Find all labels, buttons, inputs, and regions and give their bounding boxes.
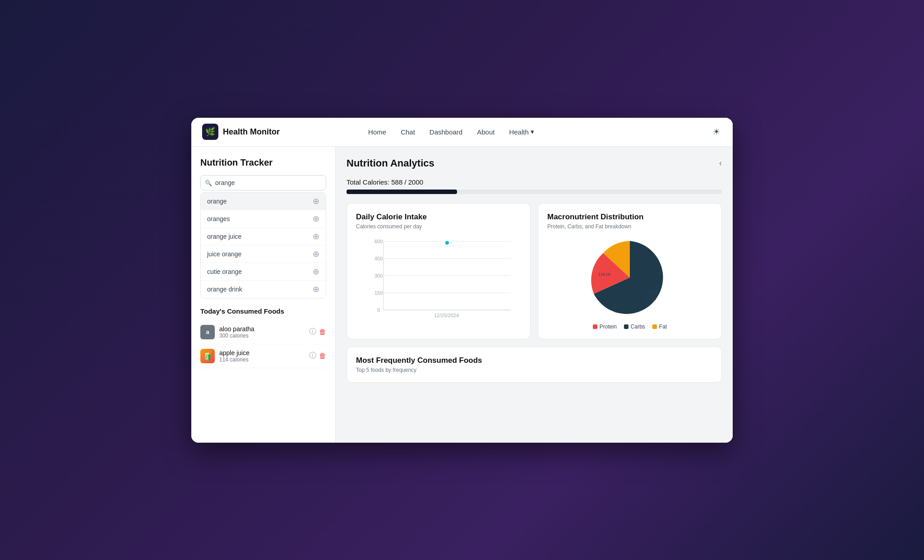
legend-fat: Fat [652,324,667,330]
legend-label-carbs: Carbs [631,324,645,330]
add-orange-button[interactable]: ⊕ [313,197,319,205]
svg-text:0: 0 [377,307,380,313]
legend-label-protein: Protein [600,324,617,330]
svg-text:600: 600 [374,239,383,244]
app-title: Health Monitor [223,127,280,137]
nav-health[interactable]: Health ▾ [509,128,534,136]
search-icon: 🔍 [205,179,212,186]
delete-apple-juice-button[interactable]: 🗑 [319,351,326,361]
analytics-title: Nutrition Analytics [346,157,434,169]
svg-text:11.53: 11.53 [646,296,656,301]
svg-text:300: 300 [374,273,383,278]
info-aloo-button[interactable]: ⓘ [309,327,316,337]
search-box: 🔍 [200,175,326,190]
charts-grid: Daily Calorie Intake Calories consumed p… [346,203,722,339]
food-dropdown-list: orange ⊕ oranges ⊕ orange juice ⊕ juice … [200,192,326,298]
add-cutie-orange-button[interactable]: ⊕ [313,268,319,276]
dropdown-item-orange-drink[interactable]: orange drink ⊕ [201,281,326,298]
app-window: 🌿 Health Monitor Home Chat Dashboard Abo… [191,118,733,443]
nav-about[interactable]: About [477,128,494,136]
info-apple-juice-button[interactable]: ⓘ [309,351,316,361]
main-content: Nutrition Tracker 🔍 orange ⊕ oranges ⊕ o… [191,147,733,443]
delete-aloo-button[interactable]: 🗑 [319,327,326,337]
legend-dot-protein [593,324,597,329]
pie-container: 118.06 8.94 11.53 [589,237,670,318]
line-chart-svg: 600 450 300 150 0 [356,237,521,318]
food-actions-apple-juice: ⓘ 🗑 [309,351,326,361]
daily-calorie-card: Daily Calorie Intake Calories consumed p… [346,203,531,339]
dropdown-item-orange[interactable]: orange ⊕ [201,193,326,210]
freq-subtitle: Top 5 foods by frequency [356,367,712,373]
food-name-aloo: aloo paratha [219,325,305,333]
theme-toggle-button[interactable]: ☀ [711,125,722,139]
macro-legend: Protein Carbs Fat [593,324,667,330]
dropdown-item-cutie-orange[interactable]: cutie orange ⊕ [201,263,326,281]
legend-carbs: Carbs [624,324,645,330]
add-orange-drink-button[interactable]: ⊕ [313,285,319,293]
search-input[interactable] [200,175,326,190]
line-chart-area: 600 450 300 150 0 [356,237,521,318]
food-item-apple-juice: 🧃 apple juice 114 calories ⓘ 🗑 [200,344,326,368]
pie-svg: 118.06 8.94 11.53 [589,237,670,318]
svg-text:118.06: 118.06 [598,272,611,276]
food-item-aloo-paratha: a aloo paratha 300 calories ⓘ 🗑 [200,320,326,344]
logo-area: 🌿 Health Monitor [202,124,280,140]
header-actions: ☀ [711,125,722,139]
add-juice-orange-button[interactable]: ⊕ [313,250,319,258]
svg-point-12 [445,241,449,245]
calories-progress-track [346,190,722,194]
nav-home[interactable]: Home [368,128,386,136]
food-avatar-aloo: a [200,325,215,339]
legend-dot-fat [652,324,657,329]
food-info-apple-juice: apple juice 114 calories [219,349,305,363]
pie-area: 118.06 8.94 11.53 Protein [547,237,712,330]
sidebar: Nutrition Tracker 🔍 orange ⊕ oranges ⊕ o… [191,147,336,443]
freq-title: Most Frequently Consumed Foods [356,356,712,365]
dropdown-item-orange-juice[interactable]: orange juice ⊕ [201,228,326,245]
nav-dashboard[interactable]: Dashboard [430,128,462,136]
daily-calorie-title: Daily Calorie Intake [356,213,521,222]
calories-text: Total Calories: 588 / 2000 [346,178,722,186]
calories-progress-fill [346,190,457,194]
dropdown-item-juice-orange[interactable]: juice orange ⊕ [201,245,326,263]
svg-text:150: 150 [374,290,383,296]
logo-icon: 🌿 [202,124,218,140]
legend-label-fat: Fat [659,324,667,330]
svg-text:450: 450 [374,256,383,261]
food-cal-aloo: 300 calories [219,333,305,339]
add-oranges-button[interactable]: ⊕ [313,215,319,223]
svg-text:12/25/2024: 12/25/2024 [434,313,459,318]
dropdown-item-oranges[interactable]: oranges ⊕ [201,210,326,228]
legend-dot-carbs [624,324,628,329]
collapse-button[interactable]: ‹ [719,158,722,168]
freq-card: Most Frequently Consumed Foods Top 5 foo… [346,347,722,383]
chevron-down-icon: ▾ [531,128,534,136]
nav-chat[interactable]: Chat [401,128,415,136]
food-cal-apple-juice: 114 calories [219,356,305,363]
calories-summary: Total Calories: 588 / 2000 [346,178,722,194]
food-info-aloo: aloo paratha 300 calories [219,325,305,339]
food-avatar-apple-juice: 🧃 [200,349,215,363]
daily-calorie-subtitle: Calories consumed per day [356,223,521,230]
food-name-apple-juice: apple juice [219,349,305,356]
svg-text:8.94: 8.94 [649,289,657,294]
analytics-panel: Nutrition Analytics ‹ Total Calories: 58… [336,147,733,443]
analytics-header: Nutrition Analytics ‹ [346,157,722,169]
macro-card: Macronutrient Distribution Protein, Carb… [538,203,722,339]
add-orange-juice-button[interactable]: ⊕ [313,232,319,241]
food-actions-aloo: ⓘ 🗑 [309,327,326,337]
macro-title: Macronutrient Distribution [547,213,712,222]
main-nav: Home Chat Dashboard About Health ▾ [368,128,534,136]
header: 🌿 Health Monitor Home Chat Dashboard Abo… [191,118,733,147]
logo-emoji: 🌿 [205,127,215,137]
consumed-section-title: Today's Consumed Foods [200,307,326,315]
sidebar-title: Nutrition Tracker [200,157,326,168]
legend-protein: Protein [593,324,617,330]
macro-subtitle: Protein, Carbs, and Fat breakdown [547,223,712,230]
